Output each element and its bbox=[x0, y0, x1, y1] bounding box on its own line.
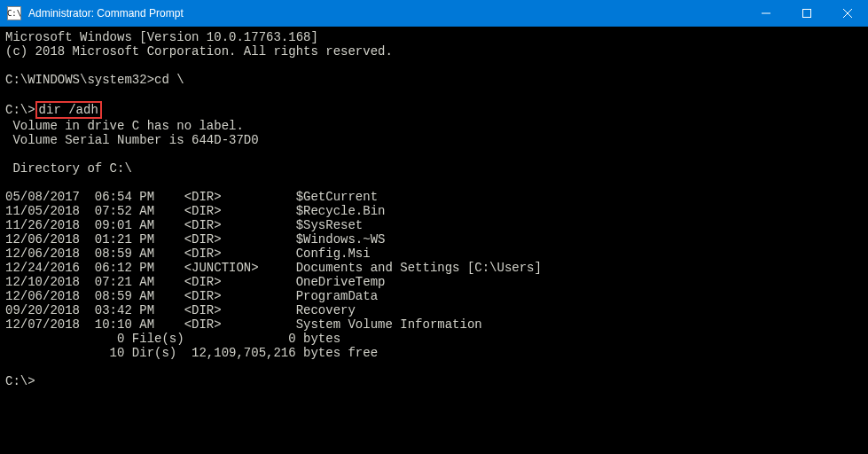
highlighted-command: dir /adh bbox=[35, 101, 102, 119]
minimize-button[interactable] bbox=[746, 0, 786, 27]
prompt-path: C:\WINDOWS\system32> bbox=[5, 73, 154, 87]
command-prompt-window: C:\ Administrator: Command Prompt Micros… bbox=[0, 0, 868, 454]
svg-rect-1 bbox=[803, 10, 811, 18]
maximize-button[interactable] bbox=[786, 0, 827, 27]
cmd-icon: C:\ bbox=[7, 6, 21, 20]
volume-label-line: Volume in drive C has no label. bbox=[5, 119, 244, 133]
maximize-icon bbox=[802, 9, 811, 18]
console-area[interactable]: Microsoft Windows [Version 10.0.17763.16… bbox=[0, 27, 868, 454]
volume-serial-line: Volume Serial Number is 644D-37D0 bbox=[5, 133, 259, 147]
minimize-icon bbox=[762, 9, 770, 18]
summary-dirs: 10 Dir(s) 12,109,705,216 bytes free bbox=[5, 346, 378, 360]
window-controls bbox=[746, 0, 868, 27]
prompt-path: C:\> bbox=[5, 103, 35, 117]
summary-files: 0 File(s) 0 bytes bbox=[5, 332, 340, 346]
window-title: Administrator: Command Prompt bbox=[28, 7, 746, 20]
titlebar[interactable]: C:\ Administrator: Command Prompt bbox=[0, 0, 868, 27]
close-button[interactable] bbox=[827, 0, 868, 27]
command-text: cd \ bbox=[154, 73, 184, 87]
close-icon bbox=[843, 9, 852, 18]
os-version-line: Microsoft Windows [Version 10.0.17763.16… bbox=[5, 30, 318, 44]
directory-header: Directory of C:\ bbox=[5, 161, 132, 176]
directory-listing: 05/08/2017 06:54 PM <DIR> $GetCurrent 11… bbox=[5, 190, 542, 332]
copyright-line: (c) 2018 Microsoft Corporation. All righ… bbox=[5, 44, 393, 59]
prompt-path: C:\> bbox=[5, 374, 35, 388]
